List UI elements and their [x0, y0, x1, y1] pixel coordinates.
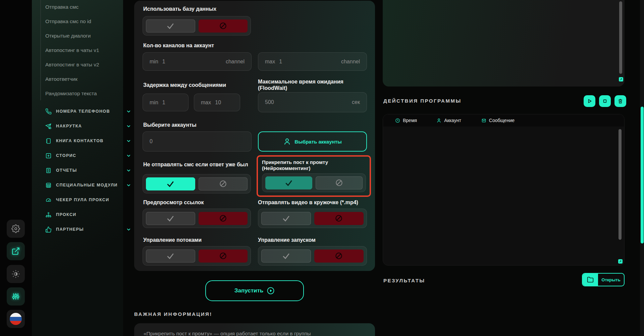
folder-icon	[583, 274, 598, 286]
delay-max-input[interactable]: max 10	[194, 94, 240, 111]
sidebar-item-autoresponder[interactable]: Автоответчик	[45, 76, 77, 82]
page-scrollbar-thumb[interactable]	[641, 107, 644, 243]
video-note-label: Отправлять видео в кружочке (*.mp4)	[258, 199, 358, 206]
sidebar-section-special-modules[interactable]: СПЕЦИАЛЬНЫЕ МОДУЛИ	[45, 181, 119, 189]
chevron-down-icon	[126, 168, 131, 173]
column-account: Аккаунт	[436, 118, 461, 123]
page-scrollbar[interactable]	[640, 0, 644, 336]
sidebar-section-boosting[interactable]: НАКРУТКА	[45, 122, 119, 130]
link-preview-toggle	[143, 209, 251, 228]
input-value: 1	[279, 59, 282, 65]
message-icon	[481, 118, 486, 123]
sidebar-section-partners[interactable]: ПАРТНЕРЫ	[45, 225, 119, 233]
select-accounts-label: Выберите аккаунты	[143, 122, 197, 128]
sidebar-section-proxies[interactable]: ПРОКСИ	[45, 211, 119, 219]
scrollbar-thumb[interactable]	[619, 1, 622, 74]
toggle-no-button[interactable]	[199, 249, 248, 263]
clock-icon	[395, 118, 400, 123]
toggle-yes-button[interactable]	[146, 19, 195, 33]
toggle-yes-button[interactable]	[261, 212, 311, 225]
log-table-header: Время Аккаунт Сообщение	[383, 114, 624, 126]
column-label: Сообщение	[489, 118, 515, 123]
sidebar-section-contacts-book[interactable]: КНИГА КОНТАКТОВ	[45, 137, 119, 145]
toggle-no-button[interactable]	[199, 212, 248, 225]
thread-control-toggle	[143, 246, 251, 266]
controls-button[interactable]	[7, 287, 25, 305]
prompt-textarea-panel[interactable]	[383, 0, 625, 87]
no-sms-if-answered-toggle	[143, 174, 251, 193]
sidebar-item-send-sms-by-id[interactable]: Отправка смс по id	[45, 18, 91, 24]
clear-log-button[interactable]	[614, 95, 626, 107]
column-label: Время	[403, 118, 417, 123]
no-sms-if-answered-label: Не отправлять смс если ответ уже был	[143, 161, 254, 168]
column-label: Аккаунт	[444, 118, 461, 123]
sidebar-item-autopost-v2[interactable]: Автопостинг в чаты v2	[45, 62, 99, 68]
toggle-no-button[interactable]	[316, 176, 363, 189]
theme-toggle-button[interactable]	[7, 265, 25, 283]
channels-max-input[interactable]: max 1 channel	[258, 52, 367, 71]
resize-handle[interactable]	[619, 77, 623, 81]
attach-post-toggle	[262, 173, 366, 192]
results-heading: РЕЗУЛЬТАТЫ	[383, 278, 425, 283]
important-info-text: «Прикрепить пост к промту» — опция работ…	[144, 331, 311, 336]
phone-icon	[45, 108, 52, 115]
toggle-yes-button[interactable]	[146, 249, 195, 263]
network-icon	[45, 212, 52, 218]
section-label: ПРОКСИ	[56, 212, 76, 217]
gear-icon	[11, 224, 20, 233]
floodwait-input[interactable]: 500 сек	[258, 92, 367, 112]
chevron-down-icon	[126, 138, 131, 144]
thumbs-up-icon	[45, 226, 52, 233]
toggle-yes-button[interactable]	[261, 249, 311, 263]
accounts-count-input[interactable]: 0	[143, 131, 252, 152]
launch-control-toggle	[258, 246, 367, 266]
use-database-toggle	[143, 16, 251, 36]
open-results-button[interactable]: Открыть	[582, 273, 625, 286]
stop-button[interactable]	[599, 95, 611, 107]
thread-control-label: Управление потоками	[143, 237, 202, 243]
section-label: НОМЕРА ТЕЛЕФОНОВ	[56, 109, 110, 114]
toggle-no-button[interactable]	[199, 19, 248, 33]
toggle-yes-button[interactable]	[146, 212, 195, 225]
toggle-no-button[interactable]	[199, 177, 248, 190]
important-info-heading: ВАЖНАЯ ИНФОРМАЦИЯ!	[134, 311, 212, 317]
scrollbar-thumb[interactable]	[619, 129, 622, 240]
left-icon-rail	[0, 0, 32, 336]
link-preview-label: Предпросмотр ссылок	[143, 199, 204, 206]
sidebar-section-proxy-pool-checker[interactable]: ЧЕКЕР ПУЛА ПРОКСИ	[45, 196, 119, 204]
play-circle-icon	[267, 287, 275, 295]
delay-min-input[interactable]: min 1	[143, 94, 189, 111]
chevron-down-icon	[126, 153, 131, 158]
input-prefix: max	[265, 59, 275, 65]
contacts-book-icon	[45, 138, 52, 144]
sidebar-item-send-sms[interactable]: Отправка смс	[45, 4, 78, 10]
sidebar-section-reports[interactable]: ОТЧЕТЫ	[45, 166, 119, 174]
open-external-button[interactable]	[7, 242, 25, 260]
flag-russia-icon	[10, 313, 22, 325]
launch-control-label: Управление запуском	[258, 237, 316, 243]
settings-button[interactable]	[7, 220, 25, 238]
toggle-yes-button[interactable]	[265, 176, 312, 189]
toggle-no-button[interactable]	[314, 249, 364, 263]
sidebar-item-autopost-v1[interactable]: Автопостинг в чаты v1	[45, 47, 99, 53]
input-prefix: max	[201, 100, 211, 106]
start-button[interactable]: Запустить	[205, 280, 304, 301]
input-unit: channel	[226, 59, 245, 65]
language-button[interactable]	[7, 310, 25, 328]
toggle-no-button[interactable]	[314, 212, 364, 225]
plus-square-icon	[45, 153, 52, 159]
toggle-yes-button[interactable]	[146, 177, 195, 190]
gauge-icon	[45, 197, 52, 203]
input-value: 10	[215, 100, 221, 106]
video-note-toggle	[258, 209, 367, 228]
resize-handle[interactable]	[618, 259, 623, 264]
button-label: Выбрать аккаунты	[294, 139, 341, 145]
sidebar-section-phone-numbers[interactable]: НОМЕРА ТЕЛЕФОНОВ	[45, 107, 119, 115]
select-accounts-button[interactable]: Выбрать аккаунты	[258, 131, 367, 152]
sidebar-item-text-randomizer[interactable]: Рандомизатор текста	[45, 91, 97, 97]
sidebar-item-open-dialogs[interactable]: Открытые диалоги	[45, 33, 91, 39]
external-link-icon	[11, 247, 20, 256]
sidebar-section-stories[interactable]: СТОРИС	[45, 152, 119, 160]
channels-min-input[interactable]: min 1 channel	[143, 52, 252, 71]
run-button[interactable]	[584, 95, 595, 107]
